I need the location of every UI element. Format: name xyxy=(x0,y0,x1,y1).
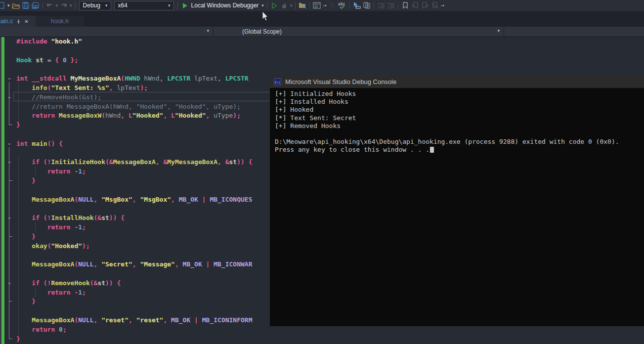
project-dropdown-icon: ▾ xyxy=(206,28,210,33)
decrease-indent-icon[interactable] xyxy=(376,1,386,10)
spell-check-icon[interactable]: abc xyxy=(338,1,347,10)
platform-dropdown-icon: ▾ xyxy=(167,3,172,8)
open-folder-icon[interactable] xyxy=(11,1,21,10)
scope-dropdown-icon: ▾ xyxy=(496,28,501,33)
window-home-icon[interactable] xyxy=(312,1,322,10)
tab-label: hook.h xyxy=(51,18,69,25)
start-debug-icon[interactable] xyxy=(180,1,190,10)
console-titlebar[interactable]: C:\ Microsoft Visual Studio Debug Consol… xyxy=(270,75,644,88)
next-bookmark-icon[interactable] xyxy=(420,1,430,10)
debug-console-window[interactable]: C:\ Microsoft Visual Studio Debug Consol… xyxy=(270,75,644,326)
scope-dropdown[interactable]: (Global Scope) ▾ xyxy=(214,27,504,37)
find-in-files-icon[interactable] xyxy=(298,1,307,10)
window-overflow-icon[interactable]: ⹀▾ xyxy=(322,3,327,8)
fold-chevron-icon[interactable]: ⌄ xyxy=(5,278,13,287)
pin-icon[interactable] xyxy=(16,19,21,24)
platform-value: x64 xyxy=(118,2,128,9)
member-dropdown[interactable] xyxy=(504,27,644,37)
tab-hook-h[interactable]: hook.h xyxy=(36,16,84,27)
fold-chevron-icon[interactable]: ⌄ xyxy=(5,157,13,166)
toggle-bookmark-icon[interactable] xyxy=(400,1,410,10)
start-without-debug-icon[interactable] xyxy=(269,1,279,10)
code-line: } xyxy=(0,335,644,344)
project-dropdown[interactable]: ▾ xyxy=(0,27,213,37)
code-line: Hook st = { 0 }; xyxy=(0,56,644,65)
console-line xyxy=(275,130,644,138)
hot-reload-dropdown-icon[interactable]: ▾ xyxy=(289,3,294,8)
start-debug-label[interactable]: Local Windows Debugger xyxy=(191,2,259,9)
navigation-bar: ▾ (Global Scope) ▾ xyxy=(0,27,644,37)
fold-chevron-icon[interactable]: ⌄ xyxy=(5,92,13,101)
save-icon[interactable] xyxy=(21,1,31,10)
tab-strip: main.c ✕ hook.h xyxy=(0,11,644,27)
save-all-icon[interactable] xyxy=(31,1,41,10)
fold-chevron-icon[interactable]: ⌄ xyxy=(5,139,13,148)
undo-dropdown-icon[interactable]: ▾ xyxy=(55,3,59,8)
dotted-grid-icon xyxy=(328,1,338,10)
visual-studio-window: ▾ ▾ ▾ Debug ▾ x64 ▾ Local W xyxy=(0,0,644,344)
clear-bookmarks-icon[interactable] xyxy=(430,1,440,10)
code-line xyxy=(0,46,644,56)
code-line xyxy=(0,65,644,74)
new-file-icon[interactable] xyxy=(0,1,6,10)
configuration-value: Debug xyxy=(83,2,100,9)
code-line: #include "hook.h" xyxy=(0,37,644,46)
fold-chevron-icon[interactable]: ⌄ xyxy=(5,213,13,222)
mouse-cursor xyxy=(262,11,270,24)
copy-icon[interactable] xyxy=(362,1,372,10)
console-output: [+] Initialized Hooks[+] Installed Hooks… xyxy=(270,88,644,154)
console-line: [+] Installed Hooks xyxy=(275,98,644,106)
toolbar-overflow-icon[interactable]: ⹀▾ xyxy=(440,3,445,8)
console-line: [+] Hooked xyxy=(275,106,644,114)
code-line: return 0; xyxy=(0,325,644,335)
redo-icon[interactable] xyxy=(59,1,69,10)
console-title: Microsoft Visual Studio Debug Console xyxy=(285,78,396,86)
increase-indent-icon[interactable] xyxy=(386,1,396,10)
solution-platform-combo[interactable]: x64 ▾ xyxy=(114,1,174,10)
redo-dropdown-icon[interactable]: ▾ xyxy=(69,3,73,8)
console-line: [+] Removed Hooks xyxy=(275,122,644,130)
fold-chevron-icon[interactable]: ⌄ xyxy=(5,74,13,83)
console-line: [+] Initialized Hooks xyxy=(275,90,644,98)
toolbar: ▾ ▾ ▾ Debug ▾ x64 ▾ Local W xyxy=(0,0,644,11)
console-line: [*] Text Sent: Secret xyxy=(275,114,644,122)
close-tab-icon[interactable]: ✕ xyxy=(24,19,28,24)
undo-icon[interactable] xyxy=(45,1,55,10)
prev-bookmark-icon[interactable] xyxy=(410,1,420,10)
console-cursor xyxy=(430,147,434,153)
console-line: Press any key to close this window . . . xyxy=(275,146,644,154)
start-debug-dropdown-icon[interactable]: ▾ xyxy=(260,3,265,8)
pointer-select-icon[interactable] xyxy=(352,1,362,10)
new-file-dropdown-icon[interactable]: ▾ xyxy=(6,3,11,8)
scope-value: (Global Scope) xyxy=(242,28,282,35)
configuration-dropdown-icon: ▾ xyxy=(104,3,109,8)
solution-configuration-combo[interactable]: Debug ▾ xyxy=(79,1,111,10)
console-icon: C:\ xyxy=(274,78,281,86)
console-line: D:\Meoware\api_hooking\x64\Debug\api_hoo… xyxy=(275,138,644,146)
hot-reload-icon[interactable] xyxy=(279,1,289,10)
tab-label: main.c xyxy=(0,18,13,25)
